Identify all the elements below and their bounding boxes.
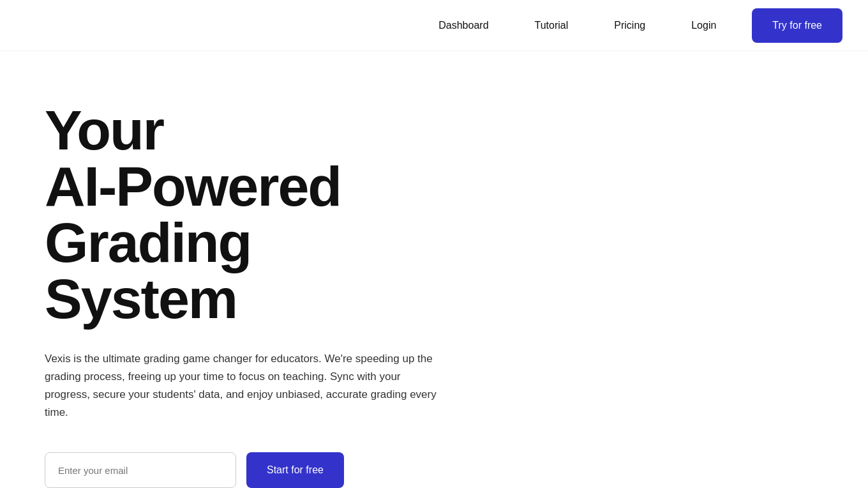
start-free-button[interactable]: Start for free (246, 452, 344, 488)
email-input[interactable] (45, 452, 236, 488)
try-free-button[interactable]: Try for free (752, 8, 842, 43)
cta-row: Start for free (45, 452, 440, 488)
nav-login[interactable]: Login (668, 0, 739, 51)
hero-title-line2: AI-Powered (45, 158, 440, 215)
nav-pricing[interactable]: Pricing (591, 0, 668, 51)
hero-title-line3: Grading System (45, 215, 440, 327)
hero-title: Your AI-Powered Grading System (45, 102, 440, 327)
nav-tutorial[interactable]: Tutorial (512, 0, 592, 51)
nav-dashboard[interactable]: Dashboard (415, 0, 511, 51)
main-nav: Dashboard Tutorial Pricing Login Try for… (415, 0, 842, 51)
hero-section: Your AI-Powered Grading System Vexis is … (0, 51, 485, 488)
site-header: Dashboard Tutorial Pricing Login Try for… (0, 0, 868, 51)
hero-description: Vexis is the ultimate grading game chang… (45, 350, 440, 422)
hero-title-line1: Your (45, 102, 440, 158)
